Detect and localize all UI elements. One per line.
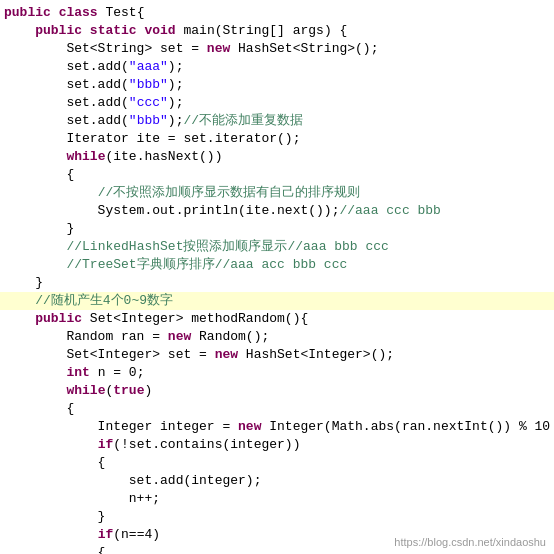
code-line-27: set.add(integer); [0, 472, 554, 490]
code-line-12: System.out.println(ite.next());//aaa ccc… [0, 202, 554, 220]
code-line-21: int n = 0; [0, 364, 554, 382]
code-line-16: } [0, 274, 554, 292]
code-line-6: set.add("ccc"); [0, 94, 554, 112]
code-line-3: Set<String> set = new HashSet<String>(); [0, 40, 554, 58]
code-line-5: set.add("bbb"); [0, 76, 554, 94]
code-line-1: public class Test{ [0, 4, 554, 22]
code-line-26: { [0, 454, 554, 472]
code-line-23: { [0, 400, 554, 418]
code-line-4: set.add("aaa"); [0, 58, 554, 76]
code-container: public class Test{ public static void ma… [0, 0, 554, 554]
code-line-8: Iterator ite = set.iterator(); [0, 130, 554, 148]
code-line-29: } [0, 508, 554, 526]
code-line-11: //不按照添加顺序显示数据有自己的排序规则 [0, 184, 554, 202]
code-line-14: //LinkedHashSet按照添加顺序显示//aaa bbb ccc [0, 238, 554, 256]
code-line-19: Random ran = new Random(); [0, 328, 554, 346]
watermark: https://blog.csdn.net/xindaoshu [394, 536, 546, 548]
code-line-15: //TreeSet字典顺序排序//aaa acc bbb ccc [0, 256, 554, 274]
code-line-28: n++; [0, 490, 554, 508]
code-line-25: if(!set.contains(integer)) [0, 436, 554, 454]
code-line-7: set.add("bbb");//不能添加重复数据 [0, 112, 554, 130]
code-line-9: while(ite.hasNext()) [0, 148, 554, 166]
code-line-17: //随机产生4个0~9数字 [0, 292, 554, 310]
code-line-2: public static void main(String[] args) { [0, 22, 554, 40]
code-line-22: while(true) [0, 382, 554, 400]
code-line-18: public Set<Integer> methodRandom(){ [0, 310, 554, 328]
code-line-20: Set<Integer> set = new HashSet<Integer>(… [0, 346, 554, 364]
code-line-24: Integer integer = new Integer(Math.abs(r… [0, 418, 554, 436]
code-line-13: } [0, 220, 554, 238]
code-line-10: { [0, 166, 554, 184]
